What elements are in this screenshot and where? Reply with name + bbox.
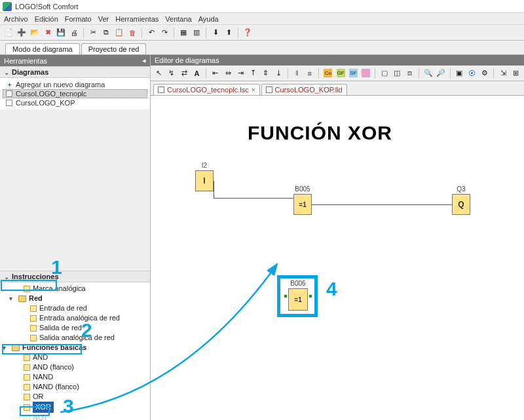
separator bbox=[288, 68, 288, 79]
align-center-button[interactable]: ⇔ bbox=[222, 67, 233, 79]
text-tool-button[interactable]: A bbox=[191, 67, 202, 79]
align-left-button[interactable]: ⇤ bbox=[210, 67, 221, 79]
align-bottom-button[interactable]: ⤓ bbox=[272, 67, 284, 79]
undo-button[interactable]: ↶ bbox=[145, 27, 157, 39]
diagram-canvas[interactable]: FUNCIÓN XOR I2 I B005 =1 Q3 Q bbox=[151, 96, 524, 420]
align-right-button[interactable]: ⇥ bbox=[235, 67, 246, 79]
instr-marca-analogica[interactable]: Marca analógica bbox=[1, 284, 150, 294]
collapse-toggle-icon[interactable]: ▾ bbox=[9, 294, 16, 303]
separator bbox=[174, 28, 174, 38]
chevron-down-icon: ⌄ bbox=[4, 69, 9, 76]
instructions-section-header[interactable]: ⌄ Instrucciones bbox=[0, 271, 150, 282]
download-button[interactable]: ⬇ bbox=[210, 27, 221, 39]
block-icon bbox=[30, 305, 37, 312]
ruler-button[interactable]: ⇲ bbox=[497, 67, 508, 79]
menu-ayuda[interactable]: Ayuda bbox=[198, 15, 219, 23]
layout2-button[interactable]: ▥ bbox=[191, 27, 202, 39]
folder-red[interactable]: ▾ Red bbox=[1, 294, 150, 303]
split-tool-button[interactable]: ⇄ bbox=[179, 67, 190, 79]
folder-funciones-basicas[interactable]: ▾ Funciones básicas bbox=[1, 343, 150, 353]
save-button[interactable]: 💾 bbox=[55, 27, 67, 39]
diagram-item-kop[interactable]: CursoLOGO_KOP bbox=[3, 98, 147, 107]
close-tab-icon[interactable]: × bbox=[252, 86, 255, 94]
sim-config-button[interactable]: ⚙ bbox=[479, 67, 490, 79]
align-vcenter-button[interactable]: ⇕ bbox=[260, 67, 271, 79]
window-split2-button[interactable]: ◫ bbox=[392, 67, 403, 79]
menu-edicion[interactable]: Edición bbox=[35, 15, 58, 23]
print-button[interactable]: 🖨 bbox=[68, 27, 80, 39]
grid-button[interactable]: ⊞ bbox=[510, 67, 521, 79]
help-button[interactable]: ❓ bbox=[242, 27, 253, 39]
selection-handle[interactable] bbox=[309, 295, 312, 297]
cut-button[interactable]: ✂ bbox=[87, 27, 99, 39]
file-tab-kop[interactable]: CursoLOGO_KOP.lld bbox=[261, 84, 347, 95]
instr-and[interactable]: AND bbox=[1, 353, 150, 362]
folder-label: Funciones básicas bbox=[22, 343, 86, 353]
instr-or[interactable]: OR bbox=[1, 392, 150, 402]
instr-entrada-analogica-red[interactable]: Entrada analógica de red bbox=[1, 313, 150, 323]
chevron-down-icon: ⌄ bbox=[4, 273, 9, 280]
instr-salida-red[interactable]: Salida de red bbox=[1, 323, 150, 333]
canvas-area[interactable]: FUNCIÓN XOR I2 I B005 =1 Q3 Q bbox=[151, 96, 524, 420]
editor-toolbar: ↖ ↯ ⇄ A ⇤ ⇔ ⇥ ⤒ ⇕ ⤓ ⫴ ≡ Co GF SF ▢ ◫ ⧈ 🔍… bbox=[151, 66, 524, 81]
menu-ver[interactable]: Ver bbox=[98, 15, 109, 23]
dist-h-button[interactable]: ⫴ bbox=[291, 67, 303, 79]
instr-xor[interactable]: XOR bbox=[1, 402, 150, 413]
select-tool-button[interactable]: ↖ bbox=[153, 67, 164, 79]
layout1-button[interactable]: ▦ bbox=[178, 27, 189, 39]
color-misc-button[interactable] bbox=[360, 67, 371, 79]
menu-ventana[interactable]: Ventana bbox=[165, 15, 191, 23]
close-doc-button[interactable]: ✖ bbox=[42, 27, 54, 39]
window-full-button[interactable]: ▢ bbox=[379, 67, 390, 79]
instr-salida-analogica-red[interactable]: Salida analógica de red bbox=[1, 333, 150, 343]
instr-entrada-red[interactable]: Entrada de red bbox=[1, 303, 150, 313]
zoom-out-button[interactable]: 🔎 bbox=[435, 67, 446, 79]
collapse-toggle-icon[interactable]: ▾ bbox=[3, 343, 9, 353]
instr-label: Entrada analógica de red bbox=[39, 313, 120, 323]
instr-label: Salida analógica de red bbox=[39, 333, 115, 343]
menu-archivo[interactable]: Archivo bbox=[4, 15, 28, 23]
menu-formato[interactable]: Formato bbox=[65, 15, 92, 23]
delete-button[interactable]: 🗑 bbox=[126, 27, 138, 39]
connect-tool-button[interactable]: ↯ bbox=[166, 67, 177, 79]
block-icon bbox=[24, 374, 30, 381]
block-b005[interactable]: B005 =1 bbox=[293, 194, 312, 215]
instr-nand[interactable]: NAND bbox=[1, 372, 150, 382]
menu-herramientas[interactable]: Herramientas bbox=[115, 15, 159, 23]
color-co-button[interactable]: Co bbox=[322, 67, 333, 79]
instr-not[interactable]: NOT bbox=[1, 413, 150, 420]
separator bbox=[318, 68, 319, 79]
open-button[interactable]: 📂 bbox=[29, 27, 41, 39]
color-gf-button[interactable]: GF bbox=[335, 67, 346, 79]
block-label: B006 bbox=[290, 280, 305, 287]
block-i2[interactable]: I2 I bbox=[195, 170, 214, 191]
page-button[interactable]: ▣ bbox=[454, 67, 465, 79]
paste-button[interactable]: 📋 bbox=[113, 27, 125, 39]
block-b006[interactable]: B006 =1 bbox=[288, 288, 308, 311]
block-icon bbox=[24, 404, 30, 411]
block-q3[interactable]: Q3 Q bbox=[452, 194, 470, 215]
add-new-diagram[interactable]: ＋ Agregar un nuevo diagrama bbox=[3, 80, 147, 89]
diagram-item-tecnoplc[interactable]: CursoLOGO_tecnoplc bbox=[3, 89, 147, 98]
window-split3-button[interactable]: ⧈ bbox=[404, 67, 415, 79]
copy-button[interactable]: ⧉ bbox=[100, 27, 112, 39]
diagrams-section-header[interactable]: ⌄ Diagramas bbox=[0, 66, 150, 78]
new-file-button[interactable]: 📄 bbox=[3, 27, 14, 39]
upload-button[interactable]: ⬆ bbox=[223, 27, 234, 39]
color-sf-button[interactable]: SF bbox=[348, 67, 359, 79]
block-body: =1 bbox=[293, 194, 312, 215]
diagram-icon bbox=[5, 99, 13, 107]
dist-v-button[interactable]: ≡ bbox=[304, 67, 315, 79]
instr-nand-flanco[interactable]: NAND (flanco) bbox=[1, 382, 150, 392]
sim-button[interactable]: ⦿ bbox=[466, 67, 477, 79]
collapse-left-icon[interactable]: ◂ bbox=[142, 56, 146, 65]
selection-handle[interactable] bbox=[284, 295, 287, 297]
tab-network-project[interactable]: Proyecto de red bbox=[81, 43, 147, 54]
file-tab-tecnoplc[interactable]: CursoLOGO_tecnoplc.lsc × bbox=[153, 84, 260, 95]
tab-diagram-mode[interactable]: Modo de diagrama bbox=[5, 43, 80, 54]
new-variant-button[interactable]: ➕ bbox=[16, 27, 28, 39]
zoom-in-button[interactable]: 🔍 bbox=[422, 67, 434, 79]
align-top-button[interactable]: ⤒ bbox=[248, 67, 259, 79]
redo-button[interactable]: ↷ bbox=[159, 27, 170, 39]
instr-and-flanco[interactable]: AND (flanco) bbox=[1, 362, 150, 372]
